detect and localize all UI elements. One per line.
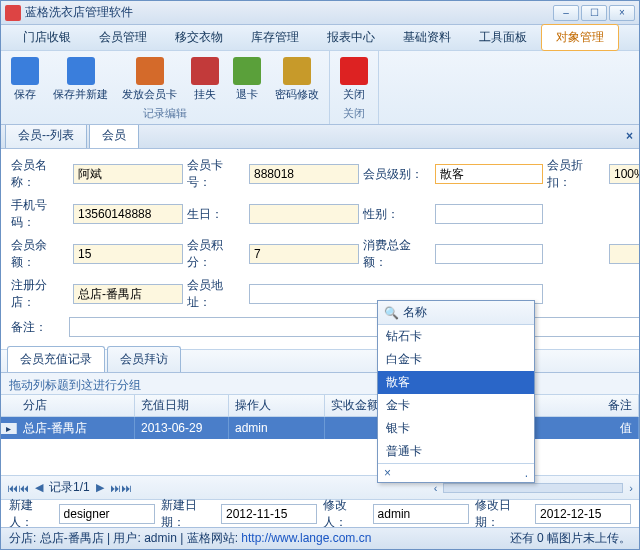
grid-empty — [1, 439, 639, 475]
dropdown-item[interactable]: 普通卡 — [378, 440, 534, 463]
ribbon-icon — [283, 57, 311, 85]
ribbon-保存并新建[interactable]: 保存并新建 — [49, 55, 112, 104]
ribbon-icon — [340, 57, 368, 85]
dropdown-item[interactable]: 钻石卡 — [378, 325, 534, 348]
maximize-button[interactable]: ☐ — [581, 5, 607, 21]
subtab-0[interactable]: 会员充值记录 — [7, 346, 105, 372]
tab-1[interactable]: 会员 — [89, 125, 139, 148]
pager: ⏮⏮ ◀ 记录1/1 ▶ ⏭⏭ ‹ › — [1, 475, 639, 499]
ribbon-密码修改[interactable]: 密码修改 — [271, 55, 323, 104]
dropdown-item[interactable]: 金卡 — [378, 394, 534, 417]
tab-0[interactable]: 会员--列表 — [5, 125, 87, 148]
level-select[interactable] — [435, 164, 543, 184]
pager-prev[interactable]: ◀ — [35, 481, 43, 494]
ribbon-icon — [67, 57, 95, 85]
ribbon-icon — [233, 57, 261, 85]
ribbon: 保存保存并新建发放会员卡挂失退卡密码修改 记录编辑 关闭 关闭 — [1, 51, 639, 125]
dropdown-header: 🔍名称 — [378, 301, 534, 325]
remark-input[interactable] — [69, 317, 639, 337]
subtab-1[interactable]: 会员拜访 — [107, 346, 181, 372]
scroll-right[interactable]: › — [629, 482, 633, 494]
mdate-input[interactable] — [535, 504, 631, 524]
menu-3[interactable]: 库存管理 — [237, 25, 313, 50]
titlebar: 蓝格洗衣店管理软件 – ☐ × — [1, 1, 639, 25]
audit-footer: 新建人： 新建日期： 修改人： 修改日期： — [1, 499, 639, 527]
pager-first[interactable]: ⏮⏮ — [7, 482, 29, 494]
group-hint: 拖动列标题到这进行分组 — [1, 373, 639, 395]
menubar: 门店收银会员管理移交衣物库存管理报表中心基础资料工具面板对象管理 — [1, 25, 639, 51]
phone-input[interactable] — [73, 204, 183, 224]
statusbar: 分店: 总店-番禺店 | 用户: admin | 蓝格网站: http://ww… — [1, 527, 639, 549]
card-input[interactable] — [249, 164, 359, 184]
pager-last[interactable]: ⏭⏭ — [110, 482, 132, 494]
window-title: 蓝格洗衣店管理软件 — [25, 4, 553, 21]
ribbon-icon — [191, 57, 219, 85]
spent-tail-input[interactable] — [609, 244, 639, 264]
ribbon-group-close: 关闭 关闭 — [330, 51, 379, 124]
level-dropdown[interactable]: 🔍名称 钻石卡白金卡散客金卡银卡普通卡 ×. — [377, 300, 535, 483]
name-input[interactable] — [73, 164, 183, 184]
menu-5[interactable]: 基础资料 — [389, 25, 465, 50]
balance-input[interactable] — [73, 244, 183, 264]
gender-input[interactable] — [435, 204, 543, 224]
scroll-left[interactable]: ‹ — [434, 482, 438, 494]
member-form: 会员名称： 会员卡号： 会员级别： 会员折扣： 手机号码： 生日： 性别： 会员… — [1, 149, 639, 345]
menu-2[interactable]: 移交衣物 — [161, 25, 237, 50]
ribbon-group-edit: 保存保存并新建发放会员卡挂失退卡密码修改 记录编辑 — [1, 51, 330, 124]
tab-close-icon[interactable]: × — [626, 129, 633, 143]
branch-input[interactable] — [73, 284, 183, 304]
modifier-input[interactable] — [373, 504, 469, 524]
ribbon-icon — [11, 57, 39, 85]
app-window: 蓝格洗衣店管理软件 – ☐ × 门店收银会员管理移交衣物库存管理报表中心基础资料… — [0, 0, 640, 550]
ribbon-关闭[interactable]: 关闭 — [336, 55, 372, 104]
ribbon-挂失[interactable]: 挂失 — [187, 55, 223, 104]
creator-input[interactable] — [59, 504, 155, 524]
ribbon-退卡[interactable]: 退卡 — [229, 55, 265, 104]
ribbon-保存[interactable]: 保存 — [7, 55, 43, 104]
dropdown-item[interactable]: 散客 — [378, 371, 534, 394]
app-icon — [5, 5, 21, 21]
dropdown-item[interactable]: 银卡 — [378, 417, 534, 440]
status-right: 还有 0 幅图片未上传。 — [510, 530, 631, 547]
pager-next[interactable]: ▶ — [96, 481, 104, 494]
menu-6[interactable]: 工具面板 — [465, 25, 541, 50]
pager-text: 记录1/1 — [49, 479, 90, 496]
minimize-button[interactable]: – — [553, 5, 579, 21]
discount-input[interactable] — [609, 164, 639, 184]
spent-input[interactable] — [435, 244, 543, 264]
dropdown-close-icon[interactable]: × — [384, 466, 391, 480]
points-input[interactable] — [249, 244, 359, 264]
grid-header: 分店 充值日期 操作人 实收金额 备注 — [1, 395, 639, 417]
menu-4[interactable]: 报表中心 — [313, 25, 389, 50]
birth-input[interactable] — [249, 204, 359, 224]
cdate-input[interactable] — [221, 504, 317, 524]
ribbon-icon — [136, 57, 164, 85]
subtabs: 会员充值记录会员拜访 — [1, 349, 639, 373]
menu-7[interactable]: 对象管理 — [541, 24, 619, 51]
table-row[interactable]: ▸ 总店-番禺店 2013-06-29 admin 50 值 — [1, 417, 639, 439]
ribbon-发放会员卡[interactable]: 发放会员卡 — [118, 55, 181, 104]
website-link[interactable]: http://www.lange.com.cn — [241, 531, 371, 545]
tabbar: 会员--列表会员× — [1, 125, 639, 149]
dropdown-item[interactable]: 白金卡 — [378, 348, 534, 371]
content-area: 会员--列表会员× 会员名称： 会员卡号： 会员级别： 会员折扣： 手机号码： … — [1, 125, 639, 527]
menu-1[interactable]: 会员管理 — [85, 25, 161, 50]
menu-0[interactable]: 门店收银 — [9, 25, 85, 50]
close-button[interactable]: × — [609, 5, 635, 21]
